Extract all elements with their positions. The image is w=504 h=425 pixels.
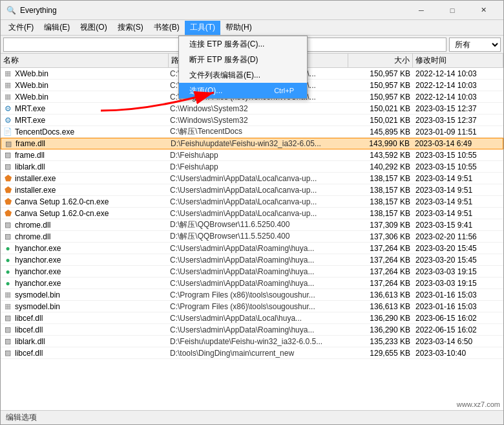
dropdown-item-options[interactable]: 选项(O)...Ctrl+P [179,83,307,98]
dropdown-item-label: 断开 ETP 服务器(D) [189,54,258,65]
dropdown-item-file-list-editor[interactable]: 文件列表编辑器(E)... [179,67,307,83]
dropdown-item-label: 选项(O)... [189,85,222,96]
tools-dropdown: 连接 ETP 服务器(C)...断开 ETP 服务器(D)文件列表编辑器(E).… [178,36,308,99]
main-window: 🔍 Everything ─ □ ✕ 文件(F)编辑(E)视图(O)搜索(S)书… [0,0,504,425]
dropdown-shortcut: Ctrl+P [274,87,294,94]
dropdown-item-connect-etp[interactable]: 连接 ETP 服务器(C)... [179,36,307,52]
dropdown-overlay[interactable]: 连接 ETP 服务器(C)...断开 ETP 服务器(D)文件列表编辑器(E).… [1,1,503,424]
dropdown-item-disconnect-etp[interactable]: 断开 ETP 服务器(D) [179,52,307,67]
dropdown-item-label: 连接 ETP 服务器(C)... [189,39,264,50]
dropdown-item-label: 文件列表编辑器(E)... [189,70,260,81]
